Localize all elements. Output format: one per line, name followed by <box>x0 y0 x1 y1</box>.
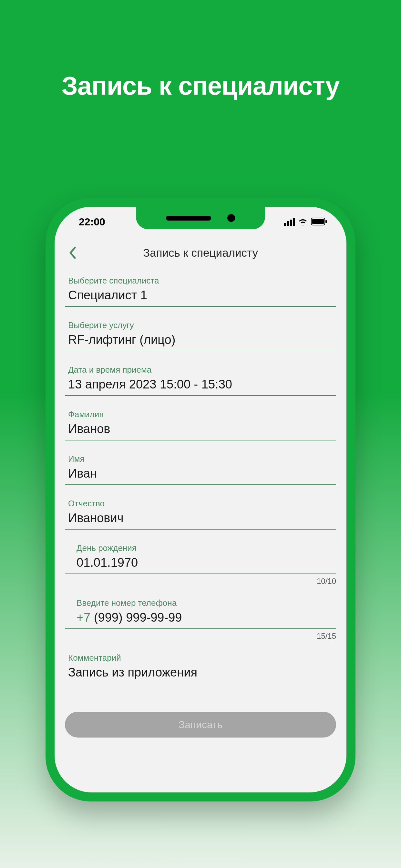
datetime-value: 13 апреля 2023 15:00 - 15:30 <box>68 377 333 392</box>
phone-counter: 15/15 <box>317 631 336 641</box>
birthday-field[interactable]: День рождения 01.01.1970 10/10 <box>65 535 336 574</box>
name-value: Иван <box>68 467 333 480</box>
name-field[interactable]: Имя Иван <box>65 446 336 485</box>
appointment-form: Выберите специалиста Специалист 1 Выбери… <box>55 268 346 683</box>
surname-label: Фамилия <box>68 409 333 420</box>
surname-value: Иванов <box>68 422 333 436</box>
name-label: Имя <box>68 454 333 464</box>
patronymic-value: Иванович <box>68 511 333 525</box>
battery-icon <box>311 216 327 228</box>
wifi-icon <box>298 216 308 228</box>
service-label: Выберите услугу <box>68 320 333 330</box>
specialist-value: Специалист 1 <box>68 288 333 302</box>
surname-field[interactable]: Фамилия Иванов <box>65 402 336 440</box>
submit-area: Записать <box>55 689 346 738</box>
svg-rect-1 <box>312 219 324 224</box>
birthday-label: День рождения <box>68 543 333 553</box>
comment-field[interactable]: Комментарий Запись из приложения <box>65 645 336 683</box>
patronymic-label: Отчество <box>68 499 333 508</box>
speaker-slot <box>166 216 211 221</box>
hero-title: Запись к специалисту <box>62 71 340 101</box>
phone-prefix: +7 <box>76 611 94 624</box>
datetime-label: Дата и время приема <box>68 365 333 375</box>
specialist-field[interactable]: Выберите специалиста Специалист 1 <box>65 268 336 307</box>
svg-rect-2 <box>326 220 327 223</box>
phone-screen: 22:00 Запись к специалисту Выберите спец… <box>55 207 346 793</box>
phone-number: (999) 999-99-99 <box>94 611 182 624</box>
comment-label: Комментарий <box>68 653 333 663</box>
status-indicators <box>284 216 327 228</box>
nav-bar: Запись к специалисту <box>55 237 346 268</box>
front-camera <box>227 214 235 222</box>
specialist-label: Выберите специалиста <box>68 276 333 286</box>
service-field[interactable]: Выберите услугу RF-лифтинг (лицо) <box>65 313 336 351</box>
submit-button[interactable]: Записать <box>65 712 336 738</box>
patronymic-field[interactable]: Отчество Иванович <box>65 491 336 530</box>
birthday-value: 01.01.1970 <box>68 556 333 569</box>
phone-frame: 22:00 Запись к специалисту Выберите спец… <box>45 197 356 802</box>
service-value: RF-лифтинг (лицо) <box>68 333 333 347</box>
birthday-counter: 10/10 <box>317 577 336 586</box>
comment-value: Запись из приложения <box>68 665 333 679</box>
chevron-left-icon <box>69 247 76 259</box>
phone-notch <box>136 207 265 229</box>
phone-label: Введите номер телефона <box>68 598 333 608</box>
nav-title: Запись к специалисту <box>143 246 258 259</box>
status-time: 22:00 <box>79 216 105 228</box>
datetime-field[interactable]: Дата и время приема 13 апреля 2023 15:00… <box>65 357 336 396</box>
back-button[interactable] <box>66 246 79 259</box>
phone-value: +7 (999) 999-99-99 <box>68 611 333 624</box>
phone-field[interactable]: Введите номер телефона +7 (999) 999-99-9… <box>65 590 336 629</box>
cellular-icon <box>284 218 295 226</box>
